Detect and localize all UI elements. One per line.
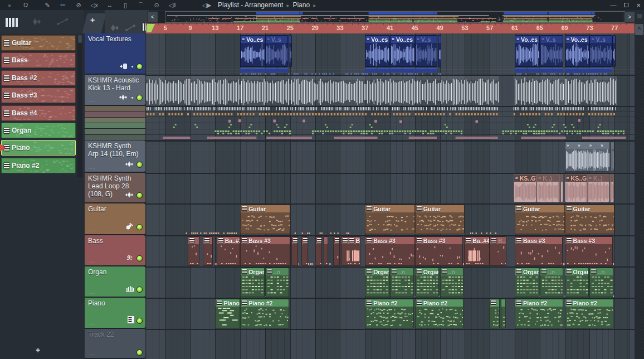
pattern-item-guitar[interactable]: Guitar [1,35,76,51]
timeline-ruler[interactable]: 591317212529333741454953576165697377 [146,23,635,35]
minimap-view-window[interactable] [165,11,631,23]
bass-clip[interactable] [203,236,213,266]
vocal-chop-strip[interactable] [253,68,265,72]
vocal-chop-strip[interactable] [589,68,601,72]
organ-clip[interactable]: ..n [390,268,414,297]
vocal-clip[interactable]: »V..s [415,35,437,67]
chevron-down-icon[interactable]: ▼ [130,65,134,69]
minimize-button[interactable]: — [610,2,616,8]
vocal-clip[interactable] [438,35,441,67]
chevron-down-icon[interactable]: ▼ [130,96,134,100]
pattern-item-piano-2[interactable]: Piano #2 [1,158,76,173]
organ-clip[interactable]: Organ [240,268,265,297]
pattern-item-bass[interactable]: Bass [1,52,76,68]
bass-clip[interactable] [324,236,328,266]
mute-icon[interactable]: ◁x [89,2,99,9]
close-button[interactable]: × [636,1,641,9]
maximize-button[interactable] [624,3,628,7]
track-enable-led[interactable] [136,95,143,101]
track-enable-led[interactable] [136,192,143,198]
piano-clip[interactable]: Piano #2 [240,299,289,328]
tab-patterns[interactable] [4,18,19,27]
vocal-chop-strip[interactable] [277,68,288,72]
kick-clip[interactable] [514,76,617,105]
zoom-icon[interactable]: ⊙ [152,2,162,9]
piano-clip[interactable]: Piano #2 [515,299,563,328]
vocal-chop-strip[interactable] [240,68,252,72]
organ-clip[interactable]: ..n [265,268,289,297]
collapsed-track-header[interactable] [85,135,145,140]
corner-button[interactable] [637,13,642,19]
guitar-clip[interactable]: Guitar [240,205,290,234]
organ-clip[interactable]: Organ [565,268,589,297]
collapsed-track-header[interactable] [85,106,145,111]
lead-clip[interactable] [610,174,614,202]
add-clip-source-button[interactable]: + [90,16,95,25]
piano-clip[interactable] [489,299,500,328]
track-enable-led[interactable] [136,350,143,356]
vertical-scrollbar[interactable] [635,23,644,359]
track-header-vocal-textures[interactable]: Vocal Textures▼ [85,33,145,75]
bass-clip[interactable]: Bass #3 [515,236,563,266]
scroll-up-button[interactable]: ^ [635,24,643,35]
lead-clip[interactable]: »K..) [587,174,609,202]
guitar-clip[interactable]: Guitar [565,205,615,234]
track-enable-led[interactable] [136,255,143,261]
kick-clip[interactable] [142,76,499,105]
vocal-clip[interactable]: »Vo..es [390,35,415,67]
collapsed-lane[interactable] [146,117,635,123]
track-header-kshmr-acoustic-kick-13-hard[interactable]: KSHMR Acoustic Kick 13 - Hard...▼ [85,75,145,106]
vocal-clip[interactable]: »V..s [589,35,612,67]
select-icon[interactable]: ⌒ [136,1,146,9]
track-header-kshmr-synth-arp-14-110-em-[interactable]: KSHMR Synth Arp 14 (110, Em)... [85,140,145,173]
piano-clip[interactable]: Piano #2 [415,299,464,328]
collapsed-lane[interactable] [146,135,635,140]
tab-note-icon[interactable] [109,23,121,35]
paint-brush-icon[interactable]: ✏ [58,2,68,9]
vocal-chop-strip[interactable] [515,68,526,72]
bass-clip[interactable] [333,236,340,266]
pattern-item-bass-3[interactable]: Bass #3 [1,88,76,103]
vocal-clip[interactable]: »Vo..es [240,35,265,67]
slip-icon[interactable]: ▯ [120,2,130,9]
bass-clip[interactable] [315,236,322,266]
vocal-chop-strip[interactable] [540,68,552,72]
bass-clip[interactable]: Bass #3 [365,236,415,266]
vocal-clip[interactable]: »V..s [540,35,564,67]
guitar-clip[interactable]: Guitar [365,205,415,234]
vocal-chop-strip[interactable] [427,68,437,72]
vocal-chop-strip[interactable] [402,68,414,72]
bass-clip[interactable] [301,236,308,266]
organ-clip[interactable]: ..n [540,268,564,297]
organ-clip[interactable]: ..n [440,268,464,297]
collapsed-lane[interactable] [146,129,635,135]
bass-clip[interactable]: B.. [490,236,506,266]
bass-clip[interactable] [188,236,199,266]
bass-clip[interactable]: Bass #3 [240,236,290,266]
tab-chan-icon[interactable] [125,23,137,35]
vocal-chop-strip[interactable] [527,68,539,72]
vocal-clip[interactable] [612,35,616,67]
bass-clip[interactable]: Bass #3 [565,236,613,266]
track-enable-led[interactable] [136,64,143,70]
vocal-clip[interactable]: »Vo..es [515,35,540,67]
guitar-clip[interactable]: Guitar [515,205,565,234]
track-header-guitar[interactable]: Guitar... [85,203,145,235]
scroll-right-button[interactable]: > [624,11,635,23]
collapsed-lane[interactable] [146,111,635,117]
track-enable-led[interactable] [136,162,143,168]
track-enable-led[interactable] [136,224,143,230]
pattern-item-organ[interactable]: Organ [1,123,76,138]
bass-clip[interactable] [291,236,298,266]
track-header-organ[interactable]: Organ... [85,266,145,298]
track-header-kshmr-synth-lead-loop-28-108-g-[interactable]: KSHMR Synth Lead Loop 28 (108, G)... [85,173,145,203]
collapsed-track-header[interactable] [85,118,145,123]
vocal-chop-strip[interactable] [265,68,277,72]
track-header-piano[interactable]: Piano... [85,298,145,329]
pattern-scrollbar-thumb[interactable] [78,35,82,43]
pull-arrow-icon[interactable]: ▸ [5,2,15,9]
organ-clip[interactable]: Organ [415,268,440,297]
piano-clip[interactable]: Piano #2 [365,299,413,328]
bass-clip[interactable]: Ba..#4 [464,236,490,266]
piano-clip[interactable]: Piano #2 [565,299,613,328]
